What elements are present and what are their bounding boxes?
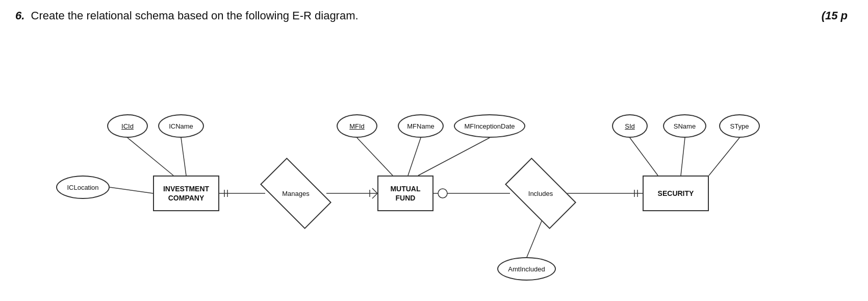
svg-line-11 xyxy=(408,138,421,175)
attribute-sname: SName xyxy=(663,114,706,138)
attribute-mfname: MFName xyxy=(398,114,444,138)
attribute-sid: SId xyxy=(612,114,648,138)
er-diagram: INVESTMENT COMPANY MUTUAL FUND SECURITY … xyxy=(15,38,857,278)
attribute-mfinceptiondate: MFInceptionDate xyxy=(454,114,525,138)
entity-investment-company: INVESTMENT COMPANY xyxy=(153,175,219,211)
attribute-stype: SType xyxy=(719,114,760,138)
attribute-mfid: MFId xyxy=(337,114,377,138)
question-number: 6. xyxy=(15,9,24,22)
entity-security: SECURITY xyxy=(643,175,709,211)
svg-line-18 xyxy=(630,138,658,175)
entity-mutual-fund: MUTUAL FUND xyxy=(377,175,433,211)
svg-line-7 xyxy=(372,188,377,193)
svg-line-12 xyxy=(418,138,490,175)
svg-line-10 xyxy=(357,138,393,175)
question-text: 6. Create the relational schema based on… xyxy=(15,9,359,22)
svg-point-14 xyxy=(438,189,447,198)
svg-line-8 xyxy=(372,193,377,198)
relationship-manages: Manages xyxy=(265,175,326,211)
er-lines xyxy=(15,38,857,278)
header-row: 6. Create the relational schema based on… xyxy=(15,9,853,22)
attribute-iclocation: ICLocation xyxy=(56,175,110,199)
question-body: Create the relational schema based on th… xyxy=(31,9,359,22)
svg-line-19 xyxy=(681,138,685,175)
attribute-icid: ICId xyxy=(107,114,148,138)
points-label: (15 p xyxy=(822,9,853,22)
svg-line-2 xyxy=(110,187,153,193)
svg-line-20 xyxy=(709,138,739,175)
attribute-icname: ICName xyxy=(158,114,204,138)
page: 6. Create the relational schema based on… xyxy=(0,0,868,301)
relationship-includes: Includes xyxy=(510,175,571,211)
svg-line-1 xyxy=(181,138,186,175)
attribute-amtincluded: AmtIncluded xyxy=(497,257,556,281)
svg-line-0 xyxy=(127,138,173,175)
